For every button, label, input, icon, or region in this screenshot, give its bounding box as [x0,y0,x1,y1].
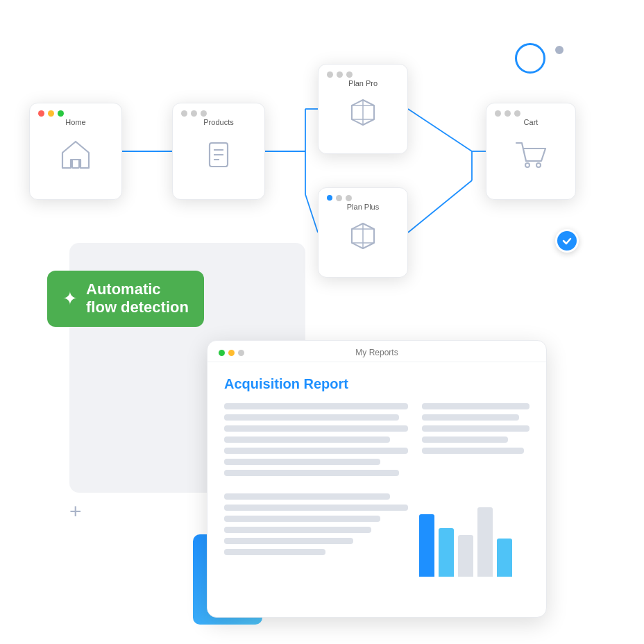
chart-bar [477,507,493,577]
text-line [224,448,408,454]
reports-title-bar: My Reports [219,348,535,357]
dot-1 [495,110,501,117]
products-card: Products [172,103,265,200]
text-line [422,414,518,421]
dot-2 [191,110,197,117]
deco-circle-filled [555,46,564,54]
dot-3 [201,110,207,117]
svg-line-4 [305,194,318,232]
acquisition-report-title: Acquisition Report [224,376,529,392]
dot-green [58,110,64,117]
content-columns [224,403,529,481]
text-line [422,448,524,454]
dot-gray [238,350,244,356]
text-line [224,505,408,511]
plan-pro-title: Plan Pro [319,79,407,87]
plan-plus-icon [319,214,407,261]
home-card-icon [30,129,121,183]
svg-line-5 [408,109,472,151]
reports-card: My Reports Acquisition Report [207,340,547,618]
products-card-title: Products [173,118,264,126]
svg-rect-9 [72,160,79,168]
sparkle-icon: ✦ [62,288,78,310]
check-badge [555,229,579,253]
dot-2 [505,110,511,117]
text-line [224,437,390,443]
col-right [422,403,529,481]
chart-bar [497,539,512,577]
text-line [224,470,399,476]
text-line [224,403,408,409]
plan-pro-card: Plan Pro [318,64,408,154]
text-line [422,425,529,432]
chart-text-lines [224,493,408,577]
chart-bar [458,535,473,577]
dot-red [38,110,44,117]
dot-2 [336,195,342,201]
plus-sign: + [69,500,82,523]
auto-flow-label: Automatic flow detection [86,280,189,317]
dot-1 [181,110,187,117]
home-card-title: Home [30,118,121,126]
reports-dots [219,350,244,356]
chart-bar [439,528,454,577]
text-line [224,459,380,465]
deco-circle-outline [515,43,545,74]
text-line [224,493,390,500]
home-card: Home [29,103,122,200]
plan-plus-card: Plan Plus [318,187,408,278]
reports-body: Acquisition Report [207,362,546,591]
reports-window-title: My Reports [355,348,398,357]
text-line [224,414,399,421]
text-line [422,403,529,409]
text-line [224,549,325,555]
dot-yellow [48,110,54,117]
dot-3 [346,195,352,201]
svg-point-14 [525,163,529,167]
svg-line-6 [408,180,472,232]
dot-1 [327,71,333,78]
chart-area [224,493,529,577]
svg-point-15 [536,163,541,167]
plan-pro-icon [319,90,407,137]
text-line [224,425,408,432]
cart-card: Cart [486,103,576,200]
dot-green [219,350,225,356]
dot-3 [346,71,353,78]
text-line [224,538,353,544]
chart-bar [419,514,434,577]
cart-title: Cart [486,118,575,126]
chart-bars [419,493,529,577]
reports-header: My Reports [207,341,546,362]
dot-2 [337,71,343,78]
dot-yellow [228,350,235,356]
cart-icon [486,129,575,183]
col-left [224,403,408,481]
dot-3 [514,110,520,117]
dot-blue [327,195,332,201]
text-line [224,516,380,522]
products-card-icon [173,129,264,183]
text-line [224,527,371,533]
text-line [422,437,508,443]
auto-flow-badge: ✦ Automatic flow detection [47,271,204,327]
plan-plus-title: Plan Plus [319,203,407,211]
